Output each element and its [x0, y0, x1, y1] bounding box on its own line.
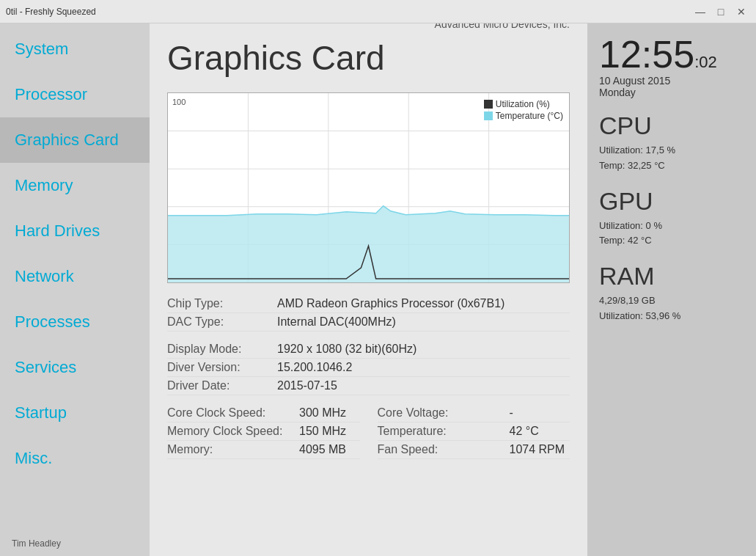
gpu-section: GPU Utilization: 0 % Temp: 42 °C [599, 187, 744, 249]
page-title: Graphics Card [167, 38, 385, 78]
clock-date: 10 August 2015 [599, 75, 744, 87]
display-mode-label: Display Mode: [167, 343, 277, 356]
core-clock-value: 300 MHz [299, 406, 346, 420]
perf-left-1: Core Clock Speed: 300 MHz Memory Clock S… [167, 404, 360, 459]
fan-speed-row: Fan Speed: 1074 RPM [378, 441, 570, 459]
gpu-subtitle-line2: Advanced Micro Devices, Inc. [435, 23, 570, 32]
core-voltage-row: Core Voltage: - [378, 404, 570, 423]
sidebar-item-graphics-card[interactable]: Graphics Card [0, 117, 150, 163]
mem-clock-row: Memory Clock Speed: 150 MHz [167, 423, 360, 441]
sidebar-item-processor[interactable]: Processor [0, 72, 150, 117]
maximize-button[interactable]: □ [712, 4, 730, 19]
temperature-label: Temperature (°C) [496, 111, 563, 121]
details-section: Chip Type: AMD Radeon Graphics Processor… [167, 295, 570, 332]
ram-title: RAM [599, 262, 744, 290]
sidebar-item-memory[interactable]: Memory [0, 163, 150, 208]
legend-utilization: Utilization (%) [484, 99, 563, 109]
temperature-swatch [484, 111, 493, 120]
detail-dac-type: DAC Type: Internal DAC(400MHz) [167, 313, 570, 332]
clock-time-row: 12:55 :02 [599, 35, 744, 73]
detail-chip-type: Chip Type: AMD Radeon Graphics Processor… [167, 295, 570, 313]
display-section: Display Mode: 1920 x 1080 (32 bit)(60Hz)… [167, 340, 570, 395]
gpu-title: GPU [599, 187, 744, 216]
temperature-value: 42 °C [510, 425, 539, 438]
utilization-swatch [484, 100, 493, 109]
gpu-subtitle: AMD Radeon R9 200 Series Advanced Micro … [435, 23, 570, 32]
memory-value: 4095 MB [299, 443, 346, 456]
svg-marker-8 [168, 206, 569, 282]
sidebar-item-startup[interactable]: Startup [0, 390, 150, 436]
title-bar: 0til - Freshly Squeezed — □ ✕ [0, 0, 756, 23]
cpu-temp: Temp: 32,25 °C [599, 158, 744, 174]
core-clock-label: Core Clock Speed: [167, 406, 299, 420]
sidebar-item-services[interactable]: Services [0, 345, 150, 390]
core-voltage-label: Core Voltage: [378, 406, 510, 420]
minimize-button[interactable]: — [691, 4, 709, 19]
core-clock-row: Core Clock Speed: 300 MHz [167, 404, 360, 423]
chart-legend: Utilization (%) Temperature (°C) [484, 99, 563, 122]
detail-driver-version: Diver Version: 15.200.1046.2 [167, 359, 570, 377]
mem-clock-label: Memory Clock Speed: [167, 425, 299, 438]
perf-right-1: Core Voltage: - Temperature: 42 °C Fan S… [378, 404, 570, 459]
clock-seconds: :02 [694, 53, 717, 72]
cpu-section: CPU Utilization: 17,5 % Temp: 32,25 °C [599, 111, 744, 174]
detail-display-mode: Display Mode: 1920 x 1080 (32 bit)(60Hz) [167, 340, 570, 359]
driver-version-value: 15.200.1046.2 [277, 361, 352, 374]
cpu-utilization: Utilization: 17,5 % [599, 143, 744, 158]
clock-day: Monday [599, 87, 744, 98]
driver-date-label: Driver Date: [167, 379, 277, 392]
window-controls: — □ ✕ [691, 4, 750, 19]
clock-time: 12:55 [599, 35, 694, 73]
memory-label: Memory: [167, 443, 299, 456]
sidebar-item-network[interactable]: Network [0, 254, 150, 299]
temperature-row: Temperature: 42 °C [378, 423, 570, 441]
cpu-title: CPU [599, 111, 744, 140]
ram-utilization: Utilization: 53,96 % [599, 309, 744, 324]
driver-date-value: 2015-07-15 [277, 379, 337, 392]
chip-type-value: AMD Radeon Graphics Processor (0x67B1) [277, 297, 504, 310]
core-voltage-value: - [510, 406, 513, 420]
sidebar: System Processor Graphics Card Memory Ha… [0, 23, 150, 556]
display-mode-value: 1920 x 1080 (32 bit)(60Hz) [277, 343, 416, 356]
legend-temperature: Temperature (°C) [484, 111, 563, 121]
ram-amount: 4,29/8,19 GB [599, 293, 744, 309]
mem-clock-value: 150 MHz [299, 425, 346, 438]
sidebar-item-system[interactable]: System [0, 26, 150, 72]
gpu-temp: Temp: 42 °C [599, 233, 744, 249]
close-button[interactable]: ✕ [733, 4, 750, 19]
right-panel: 12:55 :02 10 August 2015 Monday CPU Util… [587, 23, 756, 556]
memory-row: Memory: 4095 MB [167, 441, 360, 459]
window-title: 0til - Freshly Squeezed [6, 7, 96, 17]
utilization-label: Utilization (%) [496, 99, 550, 109]
ram-section: RAM 4,29/8,19 GB Utilization: 53,96 % [599, 262, 744, 324]
gpu-utilization: Utilization: 0 % [599, 219, 744, 234]
perf-section: Core Clock Speed: 300 MHz Memory Clock S… [167, 404, 570, 459]
main-container: System Processor Graphics Card Memory Ha… [0, 23, 756, 556]
sidebar-item-hard-drives[interactable]: Hard Drives [0, 208, 150, 254]
chart-label-100: 100 [172, 98, 186, 106]
content-area: Graphics Card AMD Radeon R9 200 Series A… [150, 23, 587, 556]
dac-type-value: Internal DAC(400MHz) [277, 315, 396, 329]
fan-speed-label: Fan Speed: [378, 443, 510, 456]
temperature-label: Temperature: [378, 425, 510, 438]
sidebar-item-misc[interactable]: Misc. [0, 436, 150, 481]
driver-version-label: Diver Version: [167, 361, 277, 374]
page-title-row: Graphics Card AMD Radeon R9 200 Series A… [167, 38, 570, 81]
sidebar-item-processes[interactable]: Processes [0, 299, 150, 345]
chip-type-label: Chip Type: [167, 297, 277, 310]
gpu-chart: 100 Utilization (%) Temperature (°C) [167, 92, 570, 283]
fan-speed-value: 1074 RPM [510, 443, 565, 456]
detail-driver-date: Driver Date: 2015-07-15 [167, 377, 570, 395]
clock: 12:55 :02 10 August 2015 Monday [599, 35, 744, 98]
dac-type-label: DAC Type: [167, 315, 277, 329]
perf-row-1: Core Clock Speed: 300 MHz Memory Clock S… [167, 404, 570, 459]
sidebar-footer: Tim Headley [0, 531, 150, 556]
